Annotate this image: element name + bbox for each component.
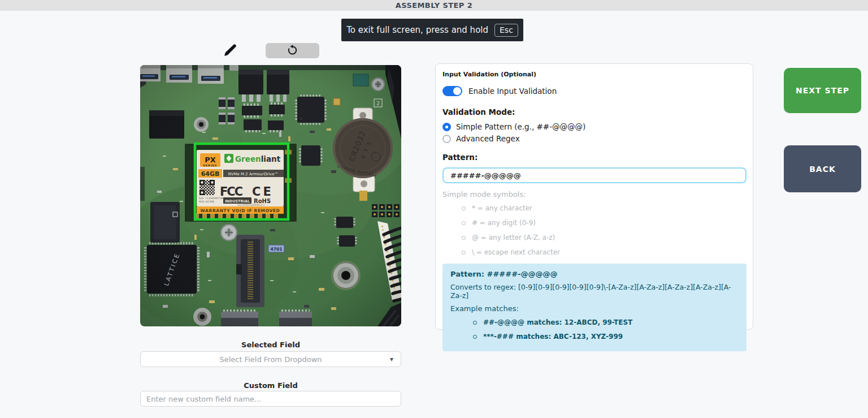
symbol-text: @ = any letter (A-Z, a-z) (472, 234, 555, 242)
validation-panel: Input Validation (Optional) Enable Input… (435, 63, 753, 330)
fullscreen-tooltip: To exit full screen, press and hold Esc (341, 19, 523, 41)
bullet-icon (462, 251, 466, 255)
enable-validation-toggle[interactable] (442, 86, 462, 96)
regex-conversion-text: Converts to regex: [0-9][0-9][0-9][0-9][… (450, 283, 739, 300)
symbol-text: \ = escape next character (472, 248, 560, 256)
rotate-image-button[interactable] (266, 43, 319, 58)
symbol-item: * = any character (462, 204, 746, 212)
example-item: ##-@@@@ matches: 12-ABCD, 99-TEST (473, 318, 739, 326)
next-step-button[interactable]: NEXT STEP (784, 68, 861, 113)
pencil-icon (223, 42, 238, 60)
top-bar: ASSEMBLY STEP 2 (0, 0, 868, 11)
pattern-preview-title: Pattern: #####-@@@@@ (450, 270, 739, 278)
example-matches-list: ##-@@@@ matches: 12-ABCD, 99-TEST ***-##… (450, 318, 739, 341)
rotate-ccw-icon (287, 44, 298, 57)
vignette (140, 65, 401, 326)
example-text: ##-@@@@ matches: 12-ABCD, 99-TEST (483, 318, 632, 326)
symbol-text: # = any digit (0-9) (472, 219, 536, 227)
symbol-item: \ = escape next character (462, 248, 746, 256)
toggle-knob (453, 87, 461, 95)
pattern-input[interactable] (442, 167, 747, 183)
symbol-item: # = any digit (0-9) (462, 219, 746, 227)
validation-mode-label: Validation Mode: (442, 107, 746, 117)
symbol-text: * = any character (472, 204, 532, 212)
chevron-down-icon: ▾ (390, 355, 393, 363)
bullet-icon (473, 321, 477, 325)
custom-field-label: Custom Field (140, 381, 401, 390)
edit-annotation-button[interactable] (220, 41, 240, 61)
radio-selected-icon[interactable] (442, 123, 451, 131)
bullet-icon (473, 335, 477, 339)
pcb-illustration: 2 (140, 65, 401, 326)
example-text: ***-### matches: ABC-123, XYZ-999 (483, 333, 623, 341)
radio-simple-pattern-label: Simple Pattern (e.g., ##-@@@@) (456, 122, 585, 131)
back-button[interactable]: BACK (784, 145, 861, 192)
example-matches-title: Example matches: (450, 304, 739, 313)
selected-field-placeholder: Select Field From Dropdown (219, 355, 322, 364)
custom-field-input[interactable] (140, 391, 401, 407)
enable-validation-label: Enable Input Validation (468, 87, 557, 96)
bullet-icon (462, 206, 466, 210)
simple-mode-symbols-title: Simple mode symbols: (442, 190, 746, 199)
app-root: ASSEMBLY STEP 2 To exit full screen, pre… (0, 0, 868, 418)
fullscreen-tooltip-text: To exit full screen, press and hold (346, 25, 488, 35)
symbol-item: @ = any letter (A-Z, a-z) (462, 234, 746, 242)
bullet-icon (462, 221, 466, 225)
selected-field-label: Selected Field (140, 341, 401, 349)
radio-simple-pattern[interactable]: Simple Pattern (e.g., ##-@@@@) (442, 122, 746, 131)
pattern-preview-box: Pattern: #####-@@@@@ Converts to regex: … (442, 264, 747, 351)
esc-key-badge: Esc (494, 24, 518, 37)
radio-unselected-icon[interactable] (442, 135, 451, 143)
radio-advanced-regex[interactable]: Advanced Regex (442, 134, 746, 143)
simple-mode-symbols-list: * = any character # = any digit (0-9) @ … (442, 204, 746, 256)
pattern-label: Pattern: (442, 153, 746, 162)
radio-advanced-regex-label: Advanced Regex (456, 134, 520, 143)
page-title: ASSEMBLY STEP 2 (396, 1, 472, 10)
example-item: ***-### matches: ABC-123, XYZ-999 (473, 333, 739, 341)
validation-panel-title: Input Validation (Optional) (442, 71, 746, 78)
bullet-icon (462, 236, 466, 240)
selected-field-dropdown[interactable]: Select Field From Dropdown ▾ (140, 351, 401, 367)
enable-validation-row: Enable Input Validation (442, 86, 746, 96)
board-photo[interactable]: 2 (140, 65, 401, 326)
